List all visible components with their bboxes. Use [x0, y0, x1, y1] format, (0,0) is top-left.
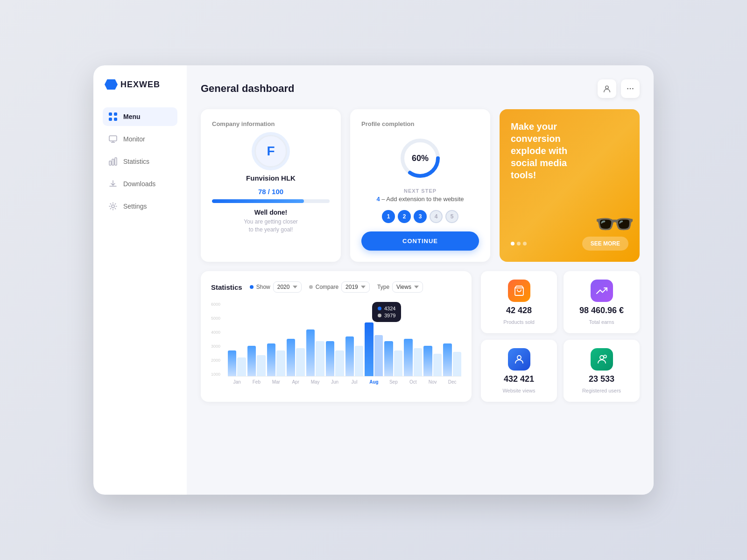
company-card-title: Company information [212, 120, 330, 127]
bar-may [306, 329, 324, 376]
tooltip-row-1: 4324 [378, 306, 395, 311]
bar-apr-1 [287, 339, 295, 376]
tooltip-dot-1 [378, 307, 381, 310]
next-step-label: NEXT STEP [361, 188, 479, 194]
main-content: General dashboard [187, 65, 654, 495]
show-year-select[interactable]: 2020 2019 2018 [273, 281, 302, 293]
step-1: 1 [382, 210, 395, 223]
ad-image: 🕶️ [594, 205, 635, 243]
bar-apr [287, 339, 305, 376]
sidebar-item-monitor-label: Monitor [123, 135, 145, 143]
month-oct: Oct [404, 379, 422, 385]
y-6000: 6000 [211, 302, 228, 307]
bars-container: Jan Feb Mar Apr May Jun Jul Aug Sep Oct [228, 302, 461, 385]
y-1000: 1000 [211, 372, 228, 377]
bar-dec-2 [453, 352, 461, 376]
tooltip-val-1: 4324 [384, 306, 395, 311]
ad-dot-1 [511, 242, 514, 245]
monitor-icon [108, 134, 118, 144]
bar-jun-1 [326, 341, 334, 376]
profile-completion-card: Profile completion 60% NEXT STEP 4 – Add… [350, 109, 490, 262]
type-filter: Type Views Sales [377, 281, 423, 293]
ad-dots [511, 242, 527, 245]
sidebar-item-menu[interactable]: Menu [103, 107, 177, 126]
total-earns-value: 98 460.96 € [579, 306, 624, 315]
month-aug: Aug [365, 379, 383, 385]
bar-nov [423, 346, 442, 376]
type-select[interactable]: Views Sales [392, 281, 423, 293]
svg-point-18 [517, 356, 521, 359]
steps-row: 1 2 3 4 5 [361, 210, 479, 223]
bar-sep-1 [384, 341, 393, 376]
profile-button[interactable] [598, 79, 616, 98]
donut-wrap: 60% [361, 135, 479, 182]
registered-users-icon: + [591, 348, 613, 371]
chart-bars [228, 302, 461, 377]
svg-rect-2 [109, 118, 112, 121]
month-jul: Jul [345, 379, 364, 385]
more-button[interactable] [621, 79, 640, 98]
bar-jan [228, 350, 246, 376]
ad-dot-3 [523, 242, 527, 245]
bar-may-2 [316, 341, 324, 376]
products-sold-icon [508, 280, 530, 302]
bar-dec-1 [443, 343, 451, 376]
bar-aug [365, 322, 383, 376]
stat-total-earns: 98 460.96 € Total earns [564, 271, 640, 333]
sidebar-item-downloads[interactable]: Downloads [103, 175, 177, 193]
chart-tooltip: 4324 3979 [372, 302, 401, 322]
statistics-card: Statistics Show 2020 2019 2018 Compare [201, 271, 472, 402]
stats-card-title: Statistics [211, 283, 242, 291]
downloads-icon [108, 179, 118, 189]
next-step-text: 4 – Add extension to the website [361, 196, 479, 203]
website-views-value: 432 421 [504, 374, 534, 384]
step-3: 3 [414, 210, 427, 223]
stat-products-sold: 42 428 Products sold [481, 271, 557, 333]
well-done-title: Well done! [212, 209, 330, 216]
bar-jul-1 [345, 336, 354, 376]
chart-container: 4324 3979 6000 5000 4000 3000 [211, 302, 461, 385]
sidebar-item-monitor[interactable]: Monitor [103, 130, 177, 148]
products-sold-value: 42 428 [506, 306, 532, 315]
bar-oct-2 [414, 348, 422, 376]
show-label: Show [256, 284, 270, 290]
stat-registered-users: + 23 533 Registered users [564, 340, 640, 402]
svg-point-10 [112, 205, 114, 208]
sidebar-item-statistics[interactable]: Statistics [103, 152, 177, 171]
bar-apr-2 [296, 348, 304, 376]
company-logo: F [254, 135, 287, 168]
bar-feb-2 [257, 355, 265, 376]
registered-users-value: 23 533 [589, 374, 614, 384]
month-apr: Apr [287, 379, 305, 385]
products-sold-label: Products sold [503, 319, 535, 325]
month-labels: Jan Feb Mar Apr May Jun Jul Aug Sep Oct [228, 377, 461, 385]
bar-oct-1 [404, 339, 412, 376]
continue-button[interactable]: CONTINUE [361, 231, 479, 251]
type-label: Type [377, 284, 389, 290]
y-3000: 3000 [211, 344, 228, 349]
month-nov: Nov [423, 379, 442, 385]
y-5000: 5000 [211, 316, 228, 321]
bar-jun-2 [335, 350, 344, 376]
y-4000: 4000 [211, 330, 228, 335]
progress-label: 78 / 100 [212, 188, 330, 196]
svg-rect-0 [109, 112, 112, 116]
sidebar: HEXWEB Menu Monitor [93, 65, 187, 495]
tooltip-row-2: 3979 [378, 313, 395, 318]
statistics-icon [108, 157, 118, 166]
total-earns-label: Total earns [589, 319, 614, 325]
settings-icon [108, 202, 118, 211]
tooltip-val-2: 3979 [384, 313, 395, 318]
svg-point-12 [627, 88, 628, 90]
progress-bar-wrap [212, 199, 330, 203]
month-mar: Mar [267, 379, 285, 385]
svg-point-11 [606, 86, 608, 89]
compare-year-select[interactable]: 2019 2018 2017 [341, 281, 370, 293]
ad-title: Make your conversion explode with social… [511, 120, 581, 181]
page-title: General dashboard [201, 83, 295, 95]
progress-bar-fill [212, 199, 304, 203]
compare-label: Compare [316, 284, 338, 290]
bar-nov-2 [433, 354, 442, 376]
sidebar-item-settings[interactable]: Settings [103, 197, 177, 216]
website-views-icon [508, 348, 530, 371]
